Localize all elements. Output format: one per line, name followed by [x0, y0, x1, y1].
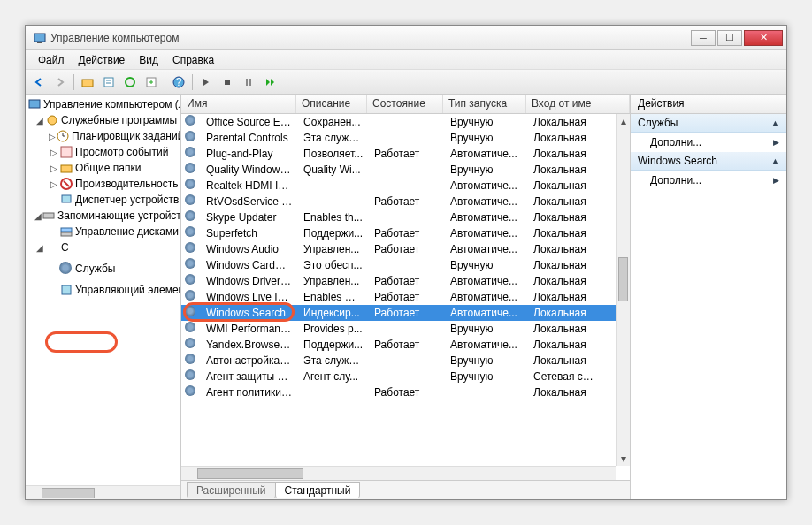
service-row[interactable]: Windows Live ID S...Enables Wi...Работае… [181, 289, 616, 305]
service-icon [185, 306, 199, 320]
service-icon [185, 115, 199, 129]
titlebar[interactable]: Управление компьютером ─ ☐ ✕ [26, 26, 786, 50]
collapse-icon: ▲ [771, 156, 779, 165]
cell-desc: Quality Wi... [298, 164, 369, 176]
tab-extended[interactable]: Расширенный [187, 482, 276, 498]
service-row[interactable]: Plug-and-PlayПозволяет...РаботаетАвтомат… [181, 146, 616, 162]
service-row[interactable]: Parental ControlsЭта служб...ВручнуюЛока… [181, 130, 616, 146]
cell-name: Office Source Engi... [201, 116, 298, 128]
minimize-button[interactable]: ─ [691, 30, 716, 46]
tree-event-viewer[interactable]: ▷Просмотр событий [26, 144, 180, 160]
cell-name: Plug-and-Play [201, 148, 298, 160]
cell-name: RtVOsdService In... [201, 195, 298, 208]
cell-logon: Локальная [528, 132, 599, 144]
cell-desc: Это обесп... [298, 259, 369, 271]
pause-icon[interactable] [239, 72, 258, 92]
service-row[interactable]: Автонастройка W...Эта служб...ВручнуюЛок… [181, 353, 616, 369]
service-row[interactable]: Windows SearchИндексир...РаботаетАвтомат… [181, 305, 616, 321]
col-name[interactable]: Имя [181, 95, 296, 113]
nav-back-button[interactable] [29, 72, 49, 92]
svg-line-21 [64, 181, 69, 186]
cell-name: Windows Driver F... [201, 275, 298, 287]
service-row[interactable]: Агент защиты сет...Агент слу...ВручнуюСе… [181, 369, 616, 384]
service-icon [185, 369, 199, 384]
view-tabs: Расширенный Стандартный [181, 480, 630, 499]
service-row[interactable]: Realtek HDMI In...Автоматиче...Локальная [181, 178, 616, 194]
tree-disk-management[interactable]: Управление дисками [26, 224, 180, 240]
svg-rect-23 [43, 213, 54, 218]
properties-icon[interactable] [99, 72, 119, 92]
export-icon[interactable] [142, 72, 161, 92]
scroll-up-icon[interactable]: ▴ [617, 114, 630, 128]
tree-task-scheduler[interactable]: ▷Планировщик заданий [26, 128, 180, 144]
cell-logon: Локальная [528, 243, 599, 255]
list-scrollbar-horizontal[interactable] [181, 466, 616, 480]
tree-system-tools[interactable]: ◢Служебные программы [26, 112, 180, 128]
maximize-button[interactable]: ☐ [717, 30, 742, 46]
tab-standard[interactable]: Стандартный [275, 482, 361, 498]
tree-root[interactable]: Управление компьютером (л [26, 96, 180, 112]
computer-management-window: Управление компьютером ─ ☐ ✕ Файл Действ… [25, 25, 787, 500]
cell-name: Parental Controls [201, 132, 298, 144]
cell-name: Realtek HDMI In... [201, 179, 298, 192]
svg-rect-18 [61, 147, 72, 157]
stop-icon[interactable] [218, 72, 237, 92]
tree-device-manager[interactable]: Диспетчер устройств [26, 192, 180, 208]
service-row[interactable]: Windows AudioУправлен...РаботаетАвтомати… [181, 241, 616, 257]
cell-startup: Автоматиче... [445, 148, 528, 160]
tree-shared-folders[interactable]: ▷Общие папки [26, 160, 180, 176]
actions-more-selected[interactable]: Дополни...▶ [631, 171, 786, 190]
service-row[interactable]: SuperfetchПоддержи...РаботаетАвтоматиче.… [181, 225, 616, 241]
col-status[interactable]: Состояние [367, 95, 443, 113]
menu-file[interactable]: Файл [31, 52, 72, 68]
actions-group-selected[interactable]: Windows Search▲ [631, 152, 786, 171]
refresh-icon[interactable] [120, 72, 140, 92]
restart-icon[interactable] [260, 72, 280, 92]
tree-storage[interactable]: ◢Запоминающие устройст [26, 208, 180, 224]
actions-group-services[interactable]: Службы▲ [631, 114, 786, 133]
col-startup[interactable]: Тип запуска [443, 95, 526, 113]
actions-more-services[interactable]: Дополни...▶ [631, 133, 786, 152]
service-row[interactable]: Skype UpdaterEnables th...Автоматиче...Л… [181, 209, 616, 225]
cell-name: Quality Windows ... [201, 164, 298, 176]
folder-up-icon[interactable] [78, 72, 97, 92]
svg-rect-24 [61, 228, 72, 232]
close-button[interactable]: ✕ [744, 30, 783, 46]
service-row[interactable]: Windows CardSpa...Это обесп...ВручнуюЛок… [181, 257, 616, 273]
help-icon[interactable]: ? [169, 72, 188, 92]
cell-logon: Локальная [528, 354, 599, 367]
tree-wmi-control[interactable]: Управляющий элемен [26, 282, 180, 298]
cell-startup: Автоматиче... [445, 211, 528, 224]
col-description[interactable]: Описание [296, 95, 367, 113]
service-icon [185, 226, 199, 240]
cell-desc: Индексир... [298, 307, 369, 319]
cell-logon: Локальная [528, 227, 599, 240]
nav-forward-button[interactable] [50, 72, 70, 92]
tree-performance[interactable]: ▷Производительность [26, 176, 180, 192]
col-logon[interactable]: Вход от име [526, 95, 630, 113]
window-title: Управление компьютером [50, 32, 691, 44]
service-row[interactable]: Yandex.Browser U...Поддержи...РаботаетАв… [181, 337, 616, 353]
service-row[interactable]: Агент политики I...РаботаетЛокальная [181, 384, 616, 400]
list-scrollbar-vertical[interactable]: ▴ ▾ [616, 114, 630, 466]
tree-services-apps[interactable]: ◢С [26, 240, 180, 255]
cell-startup: Вручную [445, 354, 528, 367]
service-row[interactable]: Office Source Engi...Сохранен...ВручнуюЛ… [181, 114, 616, 130]
cell-state: Работает [369, 291, 445, 303]
menu-help[interactable]: Справка [165, 52, 221, 68]
cell-startup: Автоматиче... [445, 243, 528, 255]
service-row[interactable]: WMI Performance...Provides p...ВручнуюЛо… [181, 321, 616, 337]
service-row[interactable]: RtVOsdService In...РаботаетАвтоматиче...… [181, 194, 616, 209]
service-row[interactable]: Quality Windows ...Quality Wi...ВручнуюЛ… [181, 162, 616, 178]
cell-name: Windows Live ID S... [201, 291, 298, 303]
service-row[interactable]: Windows Driver F...Управлен...РаботаетАв… [181, 273, 616, 289]
menu-view[interactable]: Вид [132, 52, 165, 68]
scroll-down-icon[interactable]: ▾ [617, 452, 630, 466]
menu-action[interactable]: Действие [72, 52, 133, 68]
navigation-tree: Управление компьютером (л ◢Служебные про… [26, 95, 181, 499]
tree-scrollbar-horizontal[interactable] [26, 485, 180, 499]
play-icon[interactable] [196, 72, 216, 92]
tree-services[interactable]: Службы [26, 261, 180, 277]
service-icon [185, 258, 199, 272]
svg-rect-3 [104, 78, 113, 87]
